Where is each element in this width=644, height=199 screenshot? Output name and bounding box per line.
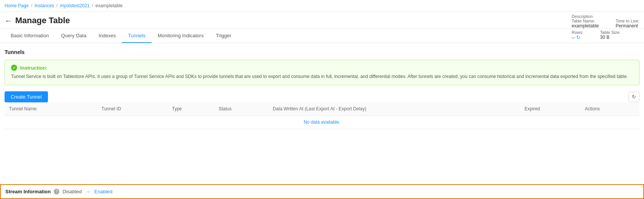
instruction-box: ✓ Instruction: Tunnel Service is built o… (5, 60, 639, 85)
breadcrumb-sep2: / (56, 3, 57, 8)
breadcrumb-sep1: / (31, 3, 32, 8)
tab-monitoring-indicators[interactable]: Monitoring Indicators (151, 29, 210, 43)
no-data-cell: No data available. (5, 116, 639, 129)
tab-trigger[interactable]: Trigger (210, 29, 238, 43)
no-data-row: No data available. (5, 116, 639, 129)
tunnels-section-title: Tunnels (5, 49, 639, 55)
description-label: Description (572, 14, 639, 19)
description-panel: Description Table Name: exampletable Tim… (572, 14, 639, 40)
table-header-bar: Create Tunnel ↻ (5, 91, 639, 102)
table-name-value: exampletable (572, 23, 599, 29)
col-expired: Expired (520, 102, 580, 116)
table-name-label: Table Name: (572, 19, 599, 23)
breadcrumb-instances[interactable]: Instances (35, 3, 54, 8)
tabs-bar: Basic Information Query Data Indexes Tun… (0, 29, 644, 43)
col-type: Type (167, 102, 214, 116)
breadcrumb-sep3: / (92, 3, 93, 8)
check-icon: ✓ (11, 65, 17, 71)
rows-value: -- (572, 35, 575, 40)
instruction-text: Tunnel Service is built on Tablestore AP… (11, 73, 633, 80)
col-status: Status (214, 102, 268, 116)
description-row2: Rows: -- ↻ Table Size: 30 B (572, 30, 639, 40)
breadcrumb: Home Page / Instances / myotstest2021 / … (0, 0, 644, 12)
breadcrumb-home[interactable]: Home Page (5, 3, 29, 8)
tab-query-data[interactable]: Query Data (55, 29, 92, 43)
tab-indexes[interactable]: Indexes (92, 29, 122, 43)
table-header-row: Tunnel Name: Tunnel ID Type Status Data … (5, 102, 639, 116)
rows-label: Rows: (572, 30, 583, 35)
description-row1: Table Name: exampletable Time to Live: P… (572, 19, 639, 29)
instruction-header: ✓ Instruction: (11, 65, 633, 71)
page-title: Manage Table (15, 16, 70, 25)
time-to-live-label: Time to Live: (615, 19, 639, 23)
tab-tunnels[interactable]: Tunnels (122, 29, 151, 43)
rows-info: -- ↻ (572, 35, 583, 40)
back-button[interactable]: ← (5, 16, 12, 25)
table-size-value: 30 B (600, 35, 621, 40)
breadcrumb-instance[interactable]: myotstest2021 (60, 3, 89, 8)
time-to-live-item: Time to Live: Permanent (615, 19, 639, 29)
page-title-container: ← Manage Table (5, 16, 639, 25)
rows-item: Rows: -- ↻ (572, 30, 583, 40)
table-name-item: Table Name: exampletable (572, 19, 599, 29)
rows-refresh-icon[interactable]: ↻ (576, 35, 580, 40)
table-size-label: Table Size: (600, 30, 621, 35)
breadcrumb-table: exampletable (96, 3, 123, 8)
main-content: Tunnels ✓ Instruction: Tunnel Service is… (0, 43, 644, 135)
tab-basic-information[interactable]: Basic Information (5, 29, 55, 43)
table-size-item: Table Size: 30 B (600, 30, 621, 40)
create-tunnel-button[interactable]: Create Tunnel (5, 91, 48, 102)
col-tunnel-id: Tunnel ID (97, 102, 167, 116)
instruction-label: Instruction: (20, 65, 48, 71)
tunnels-table: Tunnel Name: Tunnel ID Type Status Data … (5, 102, 639, 129)
time-to-live-value: Permanent (615, 23, 639, 29)
refresh-button[interactable]: ↻ (628, 92, 639, 102)
header-area: ← Manage Table Description Table Name: e… (0, 12, 644, 29)
col-data-written: Data Written At (Last Export At - Export… (268, 102, 520, 116)
col-actions: Actions (580, 102, 639, 116)
col-tunnel-name: Tunnel Name: (5, 102, 97, 116)
